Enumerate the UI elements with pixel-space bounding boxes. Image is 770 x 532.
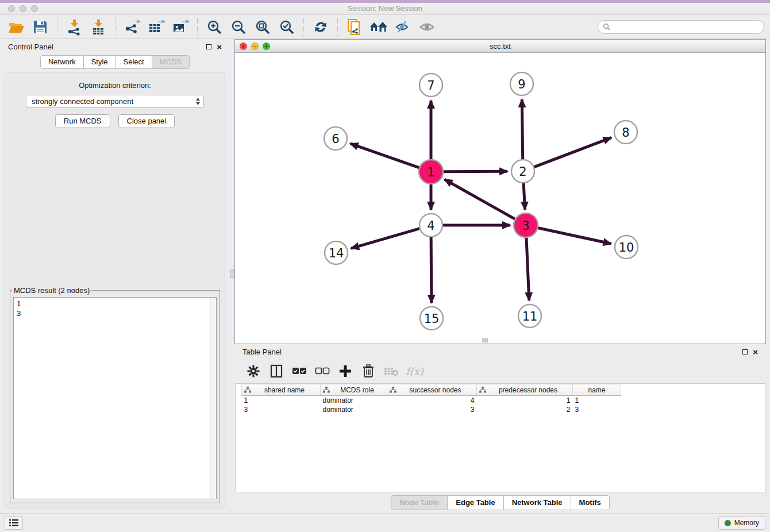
- dropdown-stepper-icon: [195, 97, 201, 106]
- graph-node-label: 6: [332, 132, 339, 146]
- close-panel-button[interactable]: Close panel: [118, 114, 175, 128]
- graph-edge[interactable]: [538, 228, 611, 244]
- table-cell[interactable]: 3: [387, 405, 477, 414]
- graph-edge[interactable]: [445, 179, 515, 219]
- show-all-button[interactable]: [417, 17, 437, 37]
- import-table-button[interactable]: [88, 17, 109, 37]
- export-table-button[interactable]: [146, 17, 167, 37]
- delete-columns-button[interactable]: [360, 363, 377, 380]
- titlebar-accent: [0, 0, 770, 3]
- table-cell[interactable]: 1: [573, 396, 621, 405]
- network-graph[interactable]: 7968124314101511: [235, 53, 765, 344]
- export-network-button[interactable]: [122, 17, 143, 37]
- select-all-icon: [292, 367, 307, 375]
- new-network-from-selection-button[interactable]: [344, 17, 365, 37]
- search-box[interactable]: [598, 20, 764, 34]
- delete-table-button-disabled: [383, 363, 400, 380]
- graph-edge[interactable]: [351, 229, 419, 249]
- export-image-button[interactable]: [170, 17, 191, 37]
- open-session-button[interactable]: [6, 17, 26, 37]
- graph-edge[interactable]: [522, 99, 522, 159]
- run-mcds-button[interactable]: Run MCDS: [55, 114, 110, 128]
- eye-icon: [418, 20, 436, 34]
- table-cell[interactable]: 1: [477, 396, 573, 405]
- graph-node-label: 1: [427, 165, 434, 179]
- table-row[interactable]: 1dominator411: [242, 396, 621, 405]
- control-panel-tabs: Network Style Select MCDS: [0, 55, 230, 69]
- tab-select[interactable]: Select: [116, 55, 152, 69]
- node-table-area[interactable]: shared name MCDS role successor nodes: [235, 383, 765, 492]
- search-input[interactable]: [613, 23, 759, 31]
- new-network-from-selection-icon: [346, 18, 363, 36]
- graph-edge[interactable]: [443, 171, 507, 172]
- tab-mcds[interactable]: MCDS: [152, 55, 190, 69]
- canvas-resize-grip[interactable]: [482, 338, 488, 342]
- graph-node-label: 14: [329, 246, 344, 260]
- refresh-button[interactable]: [310, 17, 331, 37]
- deselect-all-icon: [315, 367, 330, 375]
- select-all-button[interactable]: [291, 363, 308, 380]
- task-history-button[interactable]: [5, 516, 23, 530]
- memory-status-icon: [725, 520, 731, 526]
- table-cell[interactable]: 2: [477, 405, 573, 414]
- float-table-panel-icon[interactable]: [742, 349, 748, 354]
- node-table: shared name MCDS role successor nodes: [241, 384, 621, 414]
- criterion-dropdown[interactable]: strongly connected component: [26, 95, 204, 108]
- sort-tree-icon: [390, 387, 396, 393]
- zoom-out-button[interactable]: [228, 17, 249, 37]
- graph-edge[interactable]: [526, 237, 529, 300]
- close-panel-icon[interactable]: ×: [217, 44, 222, 50]
- result-scrollbar[interactable]: [210, 298, 216, 499]
- tab-motifs[interactable]: Motifs: [571, 495, 610, 510]
- deselect-all-button[interactable]: [314, 363, 331, 380]
- splitter-grip-icon[interactable]: [230, 269, 234, 278]
- float-panel-icon[interactable]: [206, 44, 211, 49]
- graph-edge[interactable]: [431, 237, 432, 303]
- memory-button[interactable]: Memory: [718, 516, 765, 530]
- column-header-predecessor-nodes[interactable]: predecessor nodes: [477, 384, 573, 396]
- network-canvas[interactable]: 7968124314101511: [235, 53, 765, 344]
- tab-style[interactable]: Style: [84, 55, 116, 69]
- graph-node-label: 11: [522, 310, 538, 323]
- create-column-button[interactable]: [337, 363, 354, 380]
- houses-button[interactable]: [368, 17, 389, 37]
- table-settings-button[interactable]: [245, 363, 262, 380]
- save-floppy-icon: [32, 19, 48, 35]
- column-header-successor-nodes[interactable]: successor nodes: [387, 384, 477, 396]
- import-table-icon: [90, 18, 107, 36]
- table-cell[interactable]: 3: [242, 405, 321, 414]
- zoom-selected-button[interactable]: [276, 17, 297, 37]
- tab-edge-table[interactable]: Edge Table: [448, 495, 503, 510]
- table-cell[interactable]: 1: [242, 396, 321, 405]
- table-cell[interactable]: 4: [387, 396, 477, 405]
- mcds-result-title: MCDS result (2 nodes): [12, 286, 91, 295]
- graph-edge[interactable]: [534, 138, 611, 167]
- save-session-button[interactable]: [30, 17, 51, 37]
- hide-selected-button[interactable]: [392, 17, 413, 37]
- status-bar: Memory: [0, 513, 770, 532]
- column-header-mcds-role[interactable]: MCDS role: [321, 384, 387, 396]
- graph-edge[interactable]: [350, 144, 419, 168]
- tab-network-table[interactable]: Network Table: [504, 495, 571, 510]
- minimize-network-icon[interactable]: –: [251, 43, 259, 50]
- close-network-icon[interactable]: ×: [240, 43, 247, 50]
- table-cell[interactable]: dominator: [321, 405, 387, 414]
- table-cell[interactable]: 3: [573, 405, 621, 414]
- zoom-fit-button[interactable]: [252, 17, 273, 37]
- maximize-network-icon[interactable]: +: [263, 43, 270, 50]
- column-header-shared-name[interactable]: shared name: [242, 384, 321, 396]
- graph-edge[interactable]: [523, 183, 525, 210]
- show-columns-button[interactable]: [268, 363, 285, 380]
- tab-network[interactable]: Network: [40, 55, 84, 69]
- table-row[interactable]: 3dominator323: [242, 405, 621, 414]
- import-network-button[interactable]: [64, 17, 84, 37]
- graph-node-label: 9: [518, 78, 525, 91]
- toolbar-separator: [197, 18, 198, 36]
- close-table-panel-icon[interactable]: ×: [753, 349, 758, 355]
- tab-node-table[interactable]: Node Table: [391, 495, 448, 510]
- column-header-name[interactable]: name: [573, 384, 621, 396]
- table-cell[interactable]: dominator: [321, 396, 387, 405]
- panel-splitter[interactable]: [230, 39, 234, 513]
- network-window-titlebar[interactable]: × – + scc.txt: [235, 40, 765, 53]
- zoom-in-button[interactable]: [204, 17, 225, 37]
